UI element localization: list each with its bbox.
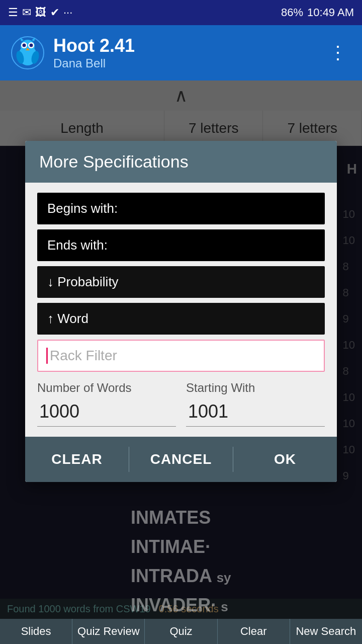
nav-quiz-review[interactable]: Quiz Review xyxy=(72,619,145,644)
app-logo xyxy=(10,35,45,70)
app-title-block: Hoot 2.41 Dana Bell xyxy=(53,35,324,70)
text-cursor xyxy=(46,348,48,364)
nav-quiz[interactable]: Quiz xyxy=(145,619,217,644)
nav-new-search[interactable]: New Search xyxy=(290,619,362,644)
image-icon: 🖼 xyxy=(35,6,46,19)
sort-word-field[interactable]: ↑ Word xyxy=(37,303,325,335)
battery-percent: 86% xyxy=(281,6,303,19)
time-display: 10:49 AM xyxy=(307,6,354,19)
rack-filter-placeholder: Rack Filter xyxy=(50,348,117,364)
app-header: Hoot 2.41 Dana Bell ⋮ xyxy=(0,25,362,80)
notification-icon: ✉ xyxy=(22,6,31,19)
begins-with-field[interactable]: Begins with: xyxy=(37,193,325,224)
more-specifications-modal: More Specifications Begins with: Ends wi… xyxy=(25,141,337,482)
bg-words: INMATES INTIMAE· INTRADA sy INVADER· s xyxy=(121,503,241,620)
bg-word-4: INVADER· s xyxy=(121,591,241,620)
dots-icon: ··· xyxy=(63,6,72,19)
menu-icon: ☰ xyxy=(8,6,18,19)
svg-point-6 xyxy=(30,44,33,47)
nav-clear[interactable]: Clear xyxy=(218,619,290,644)
number-of-words-field: Number of Words 1000 xyxy=(37,381,176,427)
ok-button[interactable]: OK xyxy=(233,437,337,482)
status-info: 86% 10:49 AM xyxy=(281,6,354,19)
starting-with-label: Starting With xyxy=(186,381,325,395)
modal-header: More Specifications xyxy=(25,141,337,183)
modal-title: More Specifications xyxy=(39,152,323,172)
bg-word-3: INTRADA sy xyxy=(121,561,241,591)
number-row: Number of Words 1000 Starting With 1001 xyxy=(37,381,325,427)
svg-point-5 xyxy=(23,44,26,47)
number-of-words-label: Number of Words xyxy=(37,381,176,395)
clear-button[interactable]: CLEAR xyxy=(25,437,129,482)
overflow-menu-button[interactable]: ⋮ xyxy=(324,37,352,68)
app-title: Hoot 2.41 xyxy=(53,35,324,56)
starting-with-value[interactable]: 1001 xyxy=(186,399,325,427)
bg-word-1: INMATES xyxy=(121,503,241,532)
status-bar: ☰ ✉ 🖼 ✔ ··· 86% 10:49 AM xyxy=(0,0,362,25)
nav-slides[interactable]: Slides xyxy=(0,619,72,644)
bottom-nav: Slides Quiz Review Quiz Clear New Search xyxy=(0,619,362,644)
number-of-words-value[interactable]: 1000 xyxy=(37,399,176,427)
starting-with-field: Starting With 1001 xyxy=(186,381,325,427)
app-subtitle: Dana Bell xyxy=(53,56,324,70)
rack-filter-container[interactable]: Rack Filter xyxy=(37,340,325,372)
modal-body: Begins with: Ends with: ↓ Probability ↑ … xyxy=(25,183,337,437)
ends-with-field[interactable]: Ends with: xyxy=(37,229,325,261)
cancel-button[interactable]: CANCEL xyxy=(129,437,233,482)
status-icons: ☰ ✉ 🖼 ✔ ··· xyxy=(8,6,72,19)
check-icon: ✔ xyxy=(50,6,59,19)
bg-word-2: INTIMAE· xyxy=(121,532,241,561)
modal-actions: CLEAR CANCEL OK xyxy=(25,437,337,482)
sort-probability-field[interactable]: ↓ Probability xyxy=(37,266,325,298)
